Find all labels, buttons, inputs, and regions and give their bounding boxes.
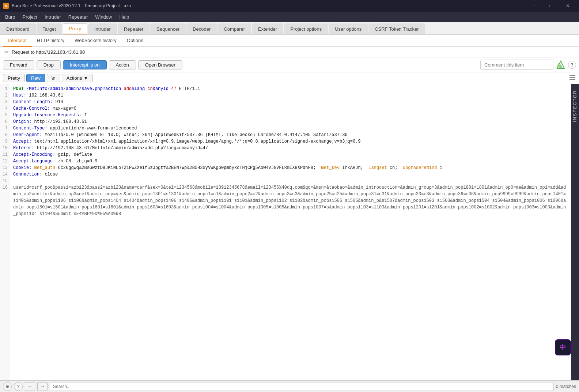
action-button[interactable]: Action [109, 60, 136, 69]
settings-icon[interactable]: ⚙ [3, 382, 12, 391]
tab-csrf[interactable]: CSRF Token Tracker [368, 23, 425, 34]
request-header: ✏ Request to http://192.168.43.61:80 [0, 47, 579, 57]
tab-dashboard[interactable]: Dashboard [0, 23, 36, 34]
editor-content[interactable]: POST /MetInfo/admin/admin/save.php?actio… [10, 84, 571, 380]
main-tabs: Dashboard Target Proxy Intruder Repeater… [0, 22, 579, 35]
svg-rect-5 [569, 79, 575, 80]
menu-window[interactable]: Window [91, 13, 116, 21]
inspector-label[interactable]: INSPECTOR [572, 87, 578, 125]
help-status-icon[interactable]: ? [14, 382, 23, 391]
menubar: Burp Project Intruder Repeater Window He… [0, 12, 579, 22]
open-browser-button[interactable]: Open Browser [138, 60, 182, 69]
svg-rect-4 [569, 77, 575, 78]
format-toolbar: Pretty Raw \n Actions ▼ [0, 72, 579, 84]
statusbar: ⚙ ? ← → 0 matches [0, 380, 579, 392]
comment-input[interactable] [480, 60, 553, 70]
menu-help[interactable]: Help [116, 13, 133, 21]
editor-wrapper: 1 2 3 4 5 6 7 8 9 10 11 12 13 14 15 16 P… [0, 84, 579, 380]
hamburger-icon[interactable] [569, 74, 576, 82]
sub-tab-intercept[interactable]: Intercept [3, 35, 32, 47]
forward-button[interactable]: Forward [3, 60, 34, 69]
menu-burp[interactable]: Burp [1, 13, 19, 21]
pretty-button[interactable]: Pretty [3, 74, 25, 82]
tab-intruder[interactable]: Intruder [88, 23, 117, 34]
tab-sequencer[interactable]: Sequencer [150, 23, 186, 34]
raw-button[interactable]: Raw [26, 74, 45, 82]
close-button[interactable]: ✕ [559, 0, 576, 12]
matches-label: 0 matches [556, 384, 576, 389]
tab-user-options[interactable]: User options [329, 23, 368, 34]
burp-logo [556, 60, 566, 70]
actions-dropdown-button[interactable]: Actions ▼ [62, 74, 93, 82]
app: B Burp Suite Professional v2020.12.1 - T… [0, 0, 579, 392]
window-controls: − □ ✕ [526, 0, 576, 12]
tab-repeater[interactable]: Repeater [118, 23, 150, 34]
drop-button[interactable]: Drop [37, 60, 61, 69]
toolbar: Forward Drop Intercept is on Action Open… [0, 57, 579, 72]
title-left: B Burp Suite Professional v2020.12.1 - T… [3, 3, 131, 9]
tab-extender[interactable]: Extender [252, 23, 283, 34]
tab-project-options[interactable]: Project options [284, 23, 328, 34]
pencil-icon: ✏ [4, 49, 9, 55]
sub-tabs: Intercept HTTP history WebSockets histor… [0, 35, 579, 47]
sub-tab-options[interactable]: Options [122, 35, 148, 47]
chevron-down-icon: ▼ [83, 75, 88, 81]
inspector-sidebar: INSPECTOR [571, 84, 579, 380]
menu-intruder[interactable]: Intruder [41, 13, 65, 21]
line-numbers: 1 2 3 4 5 6 7 8 9 10 11 12 13 14 15 16 [0, 84, 10, 380]
maximize-button[interactable]: □ [542, 0, 559, 12]
tab-target[interactable]: Target [37, 23, 62, 34]
minimize-button[interactable]: − [526, 0, 542, 12]
request-url-label: Request to http://192.168.43.61:80 [12, 49, 85, 55]
tab-proxy[interactable]: Proxy [63, 23, 87, 34]
sub-tab-websockets[interactable]: WebSockets history [69, 35, 122, 47]
tab-comparer[interactable]: Comparer [217, 23, 251, 34]
window-title: Burp Suite Professional v2020.12.1 - Tem… [12, 3, 131, 8]
menu-project[interactable]: Project [19, 13, 41, 21]
newline-button[interactable]: \n [47, 74, 60, 82]
sub-tab-http-history[interactable]: HTTP history [32, 35, 70, 47]
help-icon[interactable]: ? [568, 61, 576, 69]
menu-repeater[interactable]: Repeater [65, 13, 91, 21]
content-area: Intercept HTTP history WebSockets histor… [0, 35, 579, 392]
tab-decoder[interactable]: Decoder [186, 23, 217, 34]
back-button[interactable]: ← [25, 382, 35, 391]
app-icon: B [3, 3, 9, 9]
intercept-toggle-button[interactable]: Intercept is on [63, 60, 107, 69]
plugin-button[interactable]: 中 [555, 339, 571, 355]
forward-nav-button[interactable]: → [37, 382, 48, 391]
search-input[interactable] [50, 382, 554, 391]
titlebar: B Burp Suite Professional v2020.12.1 - T… [0, 0, 579, 12]
svg-rect-3 [569, 75, 575, 76]
